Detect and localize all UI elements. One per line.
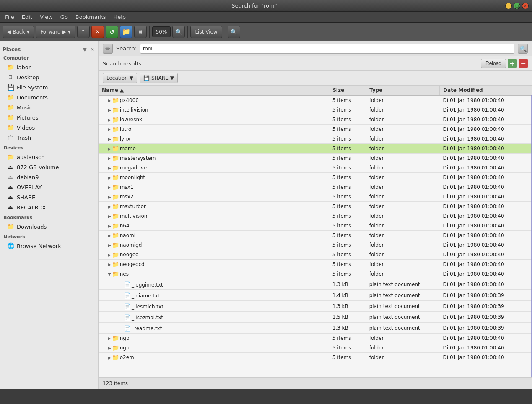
sidebar-item-pictures[interactable]: 📁 Pictures [0,112,98,123]
table-row[interactable]: ▶ 📁 mastersystem5 itemsfolderDi 01 Jan 1… [99,154,532,163]
expand-arrow-icon[interactable]: ▶ [108,346,111,350]
reload-button[interactable]: ↺ [106,26,118,38]
table-row[interactable]: 📄 _leiame.txt1.4 kBplain text documentDi… [99,290,532,301]
table-row[interactable]: ▶ 📁 ngpc5 itemsfolderDi 01 Jan 1980 01:0… [99,343,532,353]
sidebar-item-documents[interactable]: 📁 Documents [0,92,98,102]
sidebar-item-filesystem[interactable]: 💾 File System [0,82,98,92]
table-row[interactable]: ▶ 📁 msxturbor5 itemsfolderDi 01 Jan 1980… [99,202,532,211]
expand-arrow-icon[interactable]: ▶ [108,253,111,257]
toolbar-search-button[interactable]: 🔍 [228,26,240,38]
location-dropdown[interactable]: Location ▼ [103,73,137,83]
zoom-button[interactable]: 🔍 [172,26,185,38]
forward-button[interactable]: Forward ▶ ▼ [36,26,75,38]
sidebar-item-recalbox[interactable]: ⏏ RECALBOX [0,202,98,212]
open-terminal-button[interactable]: 🖥 [134,26,147,38]
table-row[interactable]: ▶ 📁 neogeo5 itemsfolderDi 01 Jan 1980 01… [99,250,532,260]
expand-arrow-icon[interactable]: ▶ [108,214,111,219]
table-row[interactable]: 📄 _leggime.txt1.3 kBplain text documentD… [99,279,532,290]
expand-arrow-icon[interactable]: ▶ [108,156,111,161]
table-row[interactable]: ▶ 📁 neogeocd5 itemsfolderDi 01 Jan 1980 … [99,260,532,269]
expand-arrow-icon[interactable]: ▶ [108,355,111,360]
sidebar-item-videos[interactable]: 📁 Videos [0,123,98,133]
search-go-button[interactable]: 🔍 [518,44,528,54]
expand-arrow-icon[interactable]: ▶ [108,166,111,170]
table-row[interactable]: 📄 _readme.txt1.3 kBplain text documentDi… [99,323,532,334]
sidebar-item-debian9[interactable]: ⏏ debian9 [0,172,98,182]
sidebar-item-share[interactable]: ⏏ SHARE [0,192,98,202]
expand-arrow-icon[interactable]: ▶ [108,127,111,132]
menu-file[interactable]: File [2,13,18,21]
menu-go[interactable]: Go [57,13,71,21]
col-header-name[interactable]: Name ▲ [99,86,329,95]
table-row[interactable]: ▶ 📁 moonlight5 itemsfolderDi 01 Jan 1980… [99,173,532,182]
expand-arrow-icon[interactable]: ▶ [108,336,111,341]
reload-button[interactable]: Reload [481,59,506,68]
minimize-button[interactable]: – [505,3,512,9]
col-header-size[interactable]: Size [329,86,366,95]
stop-button[interactable]: ✕ [91,26,104,38]
search-input[interactable] [140,44,514,54]
table-row[interactable]: ▶ 📁 o2em5 itemsfolderDi 01 Jan 1980 01:0… [99,353,532,362]
new-folder-button[interactable]: 📁 [120,26,132,38]
expand-arrow-icon[interactable]: ▶ [108,98,111,103]
table-row[interactable]: ▶ 📁 mame5 itemsfolderDi 01 Jan 1980 01:0… [99,144,532,154]
expand-arrow-icon[interactable]: ▼ [108,272,111,276]
table-row[interactable]: ▶ 📁 n645 itemsfolderDi 01 Jan 1980 01:00… [99,221,532,231]
remove-location-button[interactable]: − [519,59,528,68]
table-row[interactable]: ▶ 📁 msx15 itemsfolderDi 01 Jan 1980 01:0… [99,182,532,192]
table-row[interactable]: 📄 _liesmich.txt1.3 kBplain text document… [99,301,532,312]
expand-arrow-icon[interactable]: ▶ [108,117,111,122]
col-header-date[interactable]: Date Modified [440,86,532,95]
sidebar-item-overlay[interactable]: ⏏ OVERLAY [0,182,98,192]
expand-arrow-icon[interactable]: ▶ [108,233,111,238]
search-edit-button[interactable]: ✏ [103,44,113,54]
table-row[interactable]: ▶ 📁 megadrive5 itemsfolderDi 01 Jan 1980… [99,163,532,173]
menu-bookmarks[interactable]: Bookmarks [72,13,109,21]
view-dropdown[interactable]: List View [190,26,222,38]
expand-arrow-icon[interactable]: ▶ [108,137,111,141]
sidebar-item-downloads[interactable]: 📁 Downloads [0,222,98,232]
expand-arrow-icon[interactable]: ▶ [108,224,111,228]
table-row[interactable]: ▶ 📁 naomi5 itemsfolderDi 01 Jan 1980 01:… [99,231,532,240]
expand-arrow-icon[interactable]: ▶ [108,243,111,248]
file-date-cell: Di 01 Jan 1980 01:00:40 [440,279,532,290]
sidebar-item-music[interactable]: 📁 Music [0,102,98,112]
sidebar-dropdown-icon[interactable]: ▼ [82,46,88,53]
menu-view[interactable]: View [36,13,56,21]
sidebar-item-austausch[interactable]: 📁 austausch [0,152,98,162]
sidebar-item-labor[interactable]: 📁 labor [0,62,98,72]
maximize-button[interactable]: □ [514,3,520,9]
add-location-button[interactable]: + [508,59,517,68]
col-header-type[interactable]: Type [366,86,440,95]
sidebar-item-872gb[interactable]: ⏏ 872 GB Volume [0,162,98,172]
sidebar-close-icon[interactable]: ✕ [89,46,96,53]
expand-arrow-icon[interactable]: ▶ [108,185,111,190]
table-row[interactable]: 📄 _lisezmoi.txt1.5 kBplain text document… [99,312,532,323]
table-row[interactable]: ▶ 📁 multivision5 itemsfolderDi 01 Jan 19… [99,211,532,221]
expand-arrow-icon[interactable]: ▶ [108,262,111,267]
menu-help[interactable]: Help [110,13,129,21]
table-row[interactable]: ▶ 📁 gx40005 itemsfolderDi 01 Jan 1980 01… [99,95,532,105]
table-row[interactable]: ▶ 📁 ngp5 itemsfolderDi 01 Jan 1980 01:00… [99,334,532,343]
table-row[interactable]: ▶ 📁 lutro5 itemsfolderDi 01 Jan 1980 01:… [99,125,532,134]
expand-arrow-icon[interactable]: ▶ [108,108,111,112]
share-dropdown[interactable]: 💾 SHARE ▼ [140,73,178,83]
table-row[interactable]: ▶ 📁 lynx5 itemsfolderDi 01 Jan 1980 01:0… [99,134,532,144]
folder-icon: 📁 [112,116,119,123]
menu-edit[interactable]: Edit [18,13,36,21]
table-row[interactable]: ▶ 📁 naomigd5 itemsfolderDi 01 Jan 1980 0… [99,240,532,250]
up-button[interactable]: ↑ [77,26,90,38]
sidebar-item-browse-network[interactable]: 🌐 Browse Network [0,241,98,251]
expand-arrow-icon[interactable]: ▶ [108,195,111,199]
close-button[interactable]: × [522,3,529,9]
expand-arrow-icon[interactable]: ▶ [108,146,111,151]
table-row[interactable]: ▶ 📁 msx25 itemsfolderDi 01 Jan 1980 01:0… [99,192,532,202]
table-row[interactable]: ▶ 📁 intellivision5 itemsfolderDi 01 Jan … [99,105,532,115]
back-button[interactable]: ◀ ◀ Back Back ▼ [3,26,34,38]
expand-arrow-icon[interactable]: ▶ [108,175,111,180]
table-row[interactable]: ▶ 📁 lowresnx5 itemsfolderDi 01 Jan 1980 … [99,115,532,125]
sidebar-item-trash[interactable]: 🗑 Trash [0,133,98,143]
table-row[interactable]: ▼ 📁 nes5 itemsfolderDi 01 Jan 1980 01:00… [99,269,532,279]
expand-arrow-icon[interactable]: ▶ [108,204,111,209]
sidebar-item-desktop[interactable]: 🖥 Desktop [0,72,98,82]
